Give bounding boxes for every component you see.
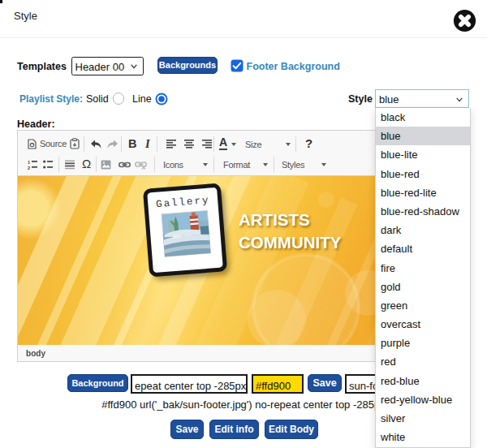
- svg-text:2: 2: [28, 166, 30, 170]
- svg-text:1: 1: [28, 160, 30, 165]
